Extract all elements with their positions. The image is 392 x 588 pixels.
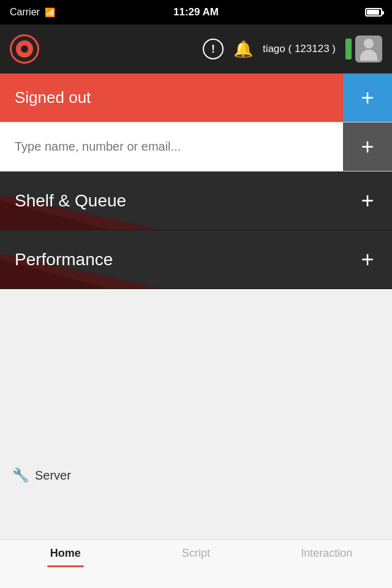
tab-home-label: Home (50, 547, 81, 560)
avatar[interactable] (355, 36, 382, 62)
server-row: 🔧 Server (0, 461, 392, 490)
performance-plus-button[interactable]: + (343, 230, 392, 288)
avatar-wrapper (345, 36, 382, 62)
search-row: + (0, 123, 392, 172)
app-logo[interactable] (10, 34, 39, 64)
signed-out-row: Signed out + (0, 74, 392, 123)
shelf-queue-label: Shelf & Queue (0, 172, 343, 230)
status-dot (345, 39, 352, 59)
empty-area (0, 289, 392, 461)
user-display: tiago ( 123123 ) (263, 43, 336, 55)
tab-script[interactable]: Script (130, 547, 261, 560)
tab-home[interactable]: Home (0, 547, 130, 560)
tab-script-label: Script (182, 547, 210, 560)
server-icon: 🔧 (12, 467, 29, 483)
search-input[interactable] (0, 123, 343, 171)
battery-icon (365, 8, 382, 17)
app-header: ! 🔔 tiago ( 123123 ) (0, 24, 392, 74)
shelf-queue-row: Shelf & Queue + (0, 172, 392, 230)
status-bar: Carrier 📶 11:29 AM (0, 0, 392, 24)
bell-icon[interactable]: 🔔 (233, 40, 253, 59)
alert-button[interactable]: ! (203, 39, 224, 59)
tab-active-indicator (47, 565, 84, 567)
time-display: 11:29 AM (173, 6, 219, 18)
wifi-icon: 📶 (45, 7, 55, 17)
tab-interaction-label: Interaction (301, 547, 352, 560)
performance-label: Performance (0, 230, 343, 288)
performance-row: Performance + (0, 230, 392, 289)
tab-bar: Home Script Interaction (0, 539, 392, 588)
shelf-queue-plus-button[interactable]: + (343, 172, 392, 230)
signed-out-plus-button[interactable]: + (343, 74, 392, 122)
server-label: Server (35, 469, 71, 483)
signed-out-label: Signed out (0, 74, 343, 122)
tab-interaction[interactable]: Interaction (262, 547, 392, 560)
search-plus-button[interactable]: + (343, 123, 392, 171)
carrier-label: Carrier (10, 7, 40, 18)
